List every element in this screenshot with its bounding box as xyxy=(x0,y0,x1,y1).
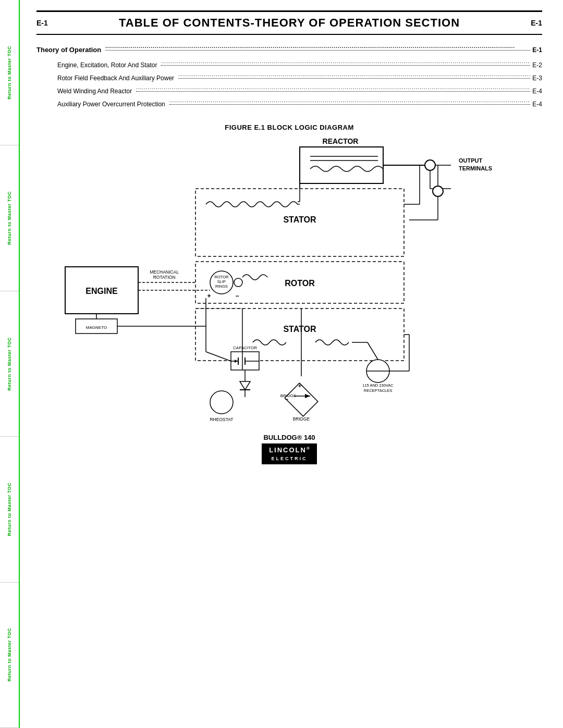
toc-sub-label-2: Weld Winding And Reactor xyxy=(57,88,132,95)
svg-text:+: + xyxy=(207,292,211,300)
toc-sub-dots-0 xyxy=(161,59,530,66)
sidebar-item-3[interactable]: Return to Master TOC xyxy=(7,337,12,391)
toc-sub-label-3: Auxiliary Power Overcurrent Protection xyxy=(57,101,165,108)
reactor-label: REACTOR xyxy=(323,137,359,145)
svg-rect-16 xyxy=(195,309,404,361)
page-header: E-1 TABLE OF CONTENTS-THEORY OF OPERATIO… xyxy=(36,10,542,35)
svg-marker-33 xyxy=(240,381,250,390)
toc-sub-entry-2: Weld Winding And Reactor E-4 xyxy=(57,87,542,95)
toc-sub-dots-2 xyxy=(136,85,530,92)
magneto-label: MAGNETO xyxy=(86,325,107,330)
toc-sub-page-2: E-4 xyxy=(532,88,542,95)
main-content: E-1 TABLE OF CONTENTS-THEORY OF OPERATIO… xyxy=(21,0,563,475)
output-terminals-label-1: OUTPUT xyxy=(459,157,483,164)
toc-sub-entry-0: Engine, Excitation, Rotor And Stator E-2 xyxy=(57,61,542,69)
rotor-label: ROTOR xyxy=(285,279,315,288)
sidebar: Return to Master TOC Return to Master TO… xyxy=(0,0,20,728)
sidebar-item-4[interactable]: Return to Master TOC xyxy=(7,483,12,536)
toc-sub-dots-3 xyxy=(169,98,531,105)
sidebar-section-4[interactable]: Return to Master TOC xyxy=(0,437,19,582)
header-prefix: E-1 xyxy=(36,19,48,27)
mechanical-rotation-label-2: ROTATION xyxy=(153,275,176,280)
block-diagram: REACTOR OUTPUT TERMINALS STATOR xyxy=(44,137,534,428)
toc-sub-entry-3: Auxiliary Power Overcurrent Protection E… xyxy=(57,100,542,108)
sidebar-section-5[interactable]: Return to Master TOC xyxy=(0,583,19,728)
sidebar-section-3[interactable]: Return to Master TOC xyxy=(0,291,19,437)
header-title: TABLE OF CONTENTS-THEORY OF OPERATION SE… xyxy=(119,16,460,30)
sidebar-item-2[interactable]: Return to Master TOC xyxy=(7,191,12,245)
figure-title: FIGURE E.1 BLOCK LOGIC DIAGRAM xyxy=(36,124,542,131)
toc-sub-page-1: E-3 xyxy=(532,75,542,82)
sidebar-item-1[interactable]: Return to Master TOC xyxy=(7,46,12,100)
receptacles-label-2: RECEPTACLES xyxy=(364,388,392,393)
svg-rect-0 xyxy=(300,147,383,183)
toc-sub-label-1: Rotor Field Feedback And Auxiliary Power xyxy=(57,75,174,82)
rotor-slip-rings-label-1: ROTOR xyxy=(215,275,229,279)
toc-main-label: Theory of Operation xyxy=(36,46,101,54)
engine-label: ENGINE xyxy=(85,287,118,295)
svg-text:+: + xyxy=(298,382,301,389)
toc-sub-dots-1 xyxy=(178,72,530,79)
toc-main-page: E-1 xyxy=(532,46,542,54)
brand-sub: ELECTRIC xyxy=(272,456,308,461)
sidebar-section-1[interactable]: Return to Master TOC xyxy=(0,0,19,145)
rheostat-label: RHEOSTAT xyxy=(210,417,233,422)
capacitor-label: CAPACITOR xyxy=(233,346,257,350)
svg-point-20 xyxy=(234,278,242,287)
svg-point-4 xyxy=(425,160,435,170)
sidebar-section-2[interactable]: Return to Master TOC xyxy=(0,145,19,291)
product-name: BULLDOG® 140 xyxy=(36,434,542,441)
toc-sub-label-0: Engine, Excitation, Rotor And Stator xyxy=(57,61,157,69)
stator-top-label: STATOR xyxy=(283,215,316,224)
sidebar-item-5[interactable]: Return to Master TOC xyxy=(7,628,12,682)
brand-name: LINCOLN xyxy=(269,446,307,454)
mechanical-rotation-label-1: MECHANICAL xyxy=(150,269,179,275)
receptacles-label-1: 115 AND 230VAC xyxy=(362,383,394,388)
rotor-slip-rings-label-3: RINGS xyxy=(215,284,228,289)
stator-bottom-label: STATOR xyxy=(283,325,316,334)
toc-section: Theory of Operation E-1 Engine, Excitati… xyxy=(36,45,542,108)
bridge-text-label: BRIDGE xyxy=(293,416,310,422)
bridge-label: BRIDGE xyxy=(280,393,297,398)
rotor-slip-rings-label-2: SLIP xyxy=(217,279,226,284)
header-suffix: E-1 xyxy=(531,19,542,27)
toc-sub-page-3: E-4 xyxy=(532,101,542,108)
footer: BULLDOG® 140 LINCOLN® ELECTRIC xyxy=(36,434,542,464)
svg-point-10 xyxy=(433,186,443,196)
toc-sub-page-0: E-2 xyxy=(532,61,542,69)
svg-point-41 xyxy=(210,391,233,414)
output-terminals-label-2: TERMINALS xyxy=(459,165,492,171)
toc-main-entry: Theory of Operation E-1 xyxy=(36,45,542,54)
toc-sub-entry-1: Rotor Field Feedback And Auxiliary Power… xyxy=(57,74,542,82)
diagram-container: REACTOR OUTPUT TERMINALS STATOR xyxy=(44,137,534,428)
toc-main-dots xyxy=(105,44,530,51)
svg-text:−: − xyxy=(235,292,239,300)
